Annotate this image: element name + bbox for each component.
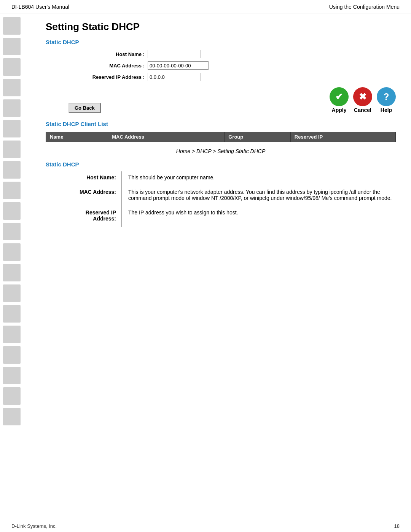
sidebar-block [3, 326, 21, 343]
mac-address-label: MAC Address : [68, 63, 145, 69]
page-footer: D-Link Systems, Inc. 18 [0, 520, 411, 532]
client-list-section: Static DHCP Client List Name MAC Address… [46, 121, 396, 142]
sidebar-block [3, 58, 21, 76]
sidebar [0, 13, 42, 516]
cancel-group: ✖ Cancel [353, 87, 372, 113]
explanation-heading: Static DHCP [46, 161, 396, 168]
explanation-desc: This is your computer's network adapter … [122, 186, 396, 206]
explanation-row: Reserved IPAddress:The IP address you wi… [46, 206, 396, 227]
host-name-label: Host Name : [68, 51, 145, 57]
footer-left: D-Link Systems, Inc. [11, 523, 57, 529]
help-group: ? Help [377, 87, 396, 113]
header-right: Using the Configuration Menu [329, 4, 400, 10]
apply-icon[interactable]: ✔ [330, 87, 349, 106]
client-list-table: Name MAC Address Group Reserved IP [46, 132, 396, 142]
main-layout: Setting Static DHCP Static DHCP Host Nam… [0, 13, 411, 516]
cancel-icon[interactable]: ✖ [353, 87, 372, 106]
sidebar-block [3, 120, 21, 137]
explanation-term: Reserved IPAddress: [46, 206, 122, 227]
sidebar-block [3, 243, 21, 261]
col-mac: MAC Address [108, 132, 225, 142]
sidebar-block [3, 202, 21, 220]
static-dhcp-heading: Static DHCP [46, 39, 396, 45]
form-area: Host Name : MAC Address : Reserved IP Ad… [68, 50, 396, 81]
header-left: DI-LB604 User's Manual [11, 4, 69, 10]
sidebar-block [3, 223, 21, 240]
help-label[interactable]: Help [381, 107, 392, 113]
action-icons: ✔ Apply ✖ Cancel ? Help [330, 87, 396, 113]
sidebar-block [3, 305, 21, 323]
sidebar-block [3, 264, 21, 281]
page-header: DI-LB604 User's Manual Using the Configu… [0, 0, 411, 13]
col-reserved-ip: Reserved IP [290, 132, 395, 142]
explanation-term: MAC Address: [46, 186, 122, 206]
cancel-label[interactable]: Cancel [354, 107, 371, 113]
explanation-section: Static DHCP Host Name:This should be you… [46, 161, 396, 227]
sidebar-block [3, 346, 21, 364]
host-name-input[interactable] [148, 50, 201, 58]
table-header-row: Name MAC Address Group Reserved IP [46, 132, 396, 142]
sidebar-block [3, 141, 21, 158]
explanation-row: MAC Address:This is your computer's netw… [46, 186, 396, 206]
apply-label[interactable]: Apply [332, 107, 347, 113]
sidebar-block [3, 408, 21, 425]
client-list-heading: Static DHCP Client List [46, 121, 396, 127]
page-title: Setting Static DHCP [46, 21, 396, 33]
go-back-button[interactable]: Go Back [68, 103, 101, 113]
host-name-row: Host Name : [68, 50, 396, 58]
sidebar-block [3, 17, 21, 35]
sidebar-block [3, 182, 21, 199]
explanation-table: Host Name:This should be your computer n… [46, 171, 396, 227]
mac-address-row: MAC Address : [68, 61, 396, 70]
sidebar-block [3, 387, 21, 405]
sidebar-block [3, 284, 21, 302]
apply-group: ✔ Apply [330, 87, 349, 113]
sidebar-block [3, 161, 21, 179]
explanation-desc: This should be your computer name. [122, 171, 396, 186]
sidebar-block [3, 79, 21, 96]
col-group: Group [225, 132, 291, 142]
sidebar-block [3, 38, 21, 55]
breadcrumb: Home > DHCP > Setting Static DHCP [46, 148, 396, 154]
explanation-term: Host Name: [46, 171, 122, 186]
reserved-ip-label: Reserved IP Address : [68, 74, 145, 80]
sidebar-block [3, 99, 21, 117]
reserved-ip-row: Reserved IP Address : [68, 73, 396, 81]
sidebar-block [3, 367, 21, 384]
explanation-row: Host Name:This should be your computer n… [46, 171, 396, 186]
mac-address-input[interactable] [148, 61, 209, 70]
footer-right: 18 [394, 523, 400, 529]
col-name: Name [46, 132, 108, 142]
explanation-desc: The IP address you wish to assign to thi… [122, 206, 396, 227]
reserved-ip-input[interactable] [148, 73, 201, 81]
content-area: Setting Static DHCP Static DHCP Host Nam… [42, 13, 411, 516]
help-icon[interactable]: ? [377, 87, 396, 106]
